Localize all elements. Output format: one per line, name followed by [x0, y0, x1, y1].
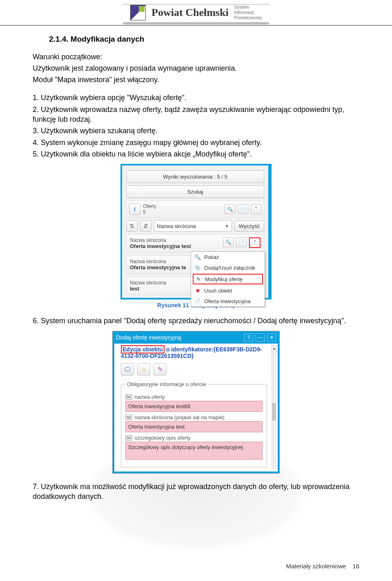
document-icon: 📄: [194, 298, 201, 304]
magnifier-icon: 🔍: [194, 254, 201, 260]
field-shortname-input[interactable]: Oferta inwestycyjna test: [125, 421, 263, 432]
edit-label-boxed: Edycja obiektu: [121, 345, 165, 353]
window-titlebar: Dodaj ofertę inwestycyjną ? — ✕: [113, 331, 279, 344]
step-4: 4. System wykonuje zmianę zasięgu mapy g…: [33, 138, 359, 147]
system-name: System Informacji Przestrzennej: [234, 4, 262, 21]
text-badge-icon: txt: [125, 415, 132, 420]
menu-attach[interactable]: 📎Dodaj/Usuń załącznik: [191, 262, 265, 273]
menu-attach-label: Dodaj/Usuń załącznik: [204, 265, 255, 271]
menu-offer[interactable]: 📄Oferta inwestycyjna: [191, 296, 265, 306]
sip-line2: Informacji: [234, 10, 262, 15]
edit-identifier: Edycja obiektu o identyfikatorze:{EE639F…: [121, 346, 274, 359]
dropdown-triangle-icon: ▼: [225, 224, 229, 228]
page-footer: Materiały szkoleniowe 16: [286, 563, 359, 570]
edit-icon[interactable]: ✎: [154, 363, 167, 375]
section-heading: 2.1.4. Modyfikacja danych: [49, 35, 359, 44]
home-icon[interactable]: ⌂: [137, 363, 150, 375]
minimize-button[interactable]: —: [256, 333, 265, 342]
field-description-input[interactable]: Szczegółowy opis dotyczący oferty inwest…: [125, 442, 263, 460]
scrollbar[interactable]: ▴: [272, 346, 276, 469]
zoom-icon[interactable]: 🔍: [223, 237, 234, 247]
footer-text: Materiały szkoleniowe: [286, 563, 346, 570]
scroll-thumb[interactable]: [272, 403, 276, 420]
text-badge-icon: txt: [125, 435, 132, 440]
mandatory-info-group: Obligatoryjne informacje o ofercie txtna…: [121, 381, 267, 467]
field-label-name: nazwa oferty: [135, 394, 165, 400]
chevron-down-icon[interactable]: ˅: [251, 204, 261, 214]
pencil-icon: ✎: [195, 276, 202, 282]
text-badge-icon: txt: [125, 394, 132, 400]
prereq-line2: Moduł "Mapa inwestora" jest włączony.: [33, 75, 359, 85]
menu-delete[interactable]: ✖Usuń obiekt: [191, 285, 265, 296]
figure-2: Dodaj ofertę inwestycyjną ? — ✕ ▴ Edycja…: [112, 331, 280, 474]
close-button[interactable]: ✕: [267, 333, 276, 342]
item-label: Nazwa skrócona: [130, 237, 191, 243]
menu-show[interactable]: 🔍Pokaż: [191, 252, 265, 262]
sort-field-select[interactable]: Nazwa skrócona ▼: [154, 220, 232, 232]
sort-desc-icon[interactable]: ⇵: [140, 220, 151, 232]
field-label-description: szczegółowy opis oferty: [135, 435, 191, 441]
delete-icon: ✖: [194, 287, 201, 294]
step-1: 1. Użytkownik wybiera opcję "Wyszukaj of…: [33, 93, 359, 103]
menu-show-label: Pokaż: [204, 254, 219, 260]
info-icon[interactable]: i: [129, 203, 140, 215]
page-header: Powiat Chełmski System Informacji Przest…: [0, 0, 392, 23]
step-2: 2. Użytkownik wprowadza nazwę oferty, bą…: [33, 105, 359, 125]
sort-asc-icon[interactable]: ⇅: [126, 220, 138, 232]
document-icon[interactable]: 📄: [238, 204, 248, 214]
menu-delete-label: Usuń obiekt: [204, 288, 232, 294]
context-menu: 🔍Pokaż 📎Dodaj/Usuń załącznik ✎Modyfikuj …: [191, 251, 265, 307]
results-button[interactable]: Wyniki wyszukiwania : 5 / 5: [126, 170, 264, 183]
brand-text: Powiat Chełmski: [151, 7, 229, 19]
figure-1: Wyniki wyszukiwania : 5 / 5 Szukaj i Ofe…: [120, 164, 272, 308]
help-button[interactable]: ?: [244, 333, 253, 342]
prereq-heading: Warunki początkowe:: [33, 52, 359, 62]
scroll-up-icon[interactable]: ▴: [272, 346, 276, 352]
document-icon[interactable]: 📄: [236, 237, 247, 247]
zoom-icon[interactable]: 🔍: [225, 204, 235, 214]
list-item[interactable]: Nazwa skrócona Oferta inwestycyjna test …: [126, 234, 264, 253]
step-3: 3. Użytkownik wybiera szukaną ofertę.: [33, 126, 359, 136]
menu-modify-label: Modyfikuj ofertę: [205, 276, 243, 282]
clear-button[interactable]: Wyczyść: [234, 221, 264, 232]
menu-offer-label: Oferta inwestycyjna: [204, 298, 250, 304]
field-name-input[interactable]: Oferta inwestycyjna test66: [125, 401, 263, 412]
sort-field-value: Nazwa skrócona: [157, 223, 196, 229]
step-6: 6. System uruchamia panel "Dodaj ofertę …: [33, 316, 359, 326]
step-7: 7. Użytkownik ma możliwość modyfikacji j…: [33, 482, 359, 502]
offers-label: Oferty :: [143, 203, 222, 209]
sip-line3: Przestrzennej: [234, 15, 262, 20]
group-legend: Obligatoryjne informacje o ofercie: [125, 381, 208, 387]
logo-icon: [130, 5, 146, 20]
attachment-icon: 📎: [194, 264, 201, 271]
search-button[interactable]: Szukaj: [126, 185, 264, 198]
menu-modify[interactable]: ✎Modyfikuj ofertę: [193, 274, 263, 284]
field-label-shortname: nazwa skrócona (pojawi się na mapie): [135, 414, 225, 420]
sip-line1: System: [234, 4, 262, 10]
window-title: Dodaj ofertę inwestycyjną: [116, 334, 181, 341]
document-content: 2.1.4. Modyfikacja danych Warunki począt…: [0, 31, 392, 502]
page-number: 16: [352, 563, 359, 570]
offers-count: 5: [143, 209, 222, 215]
step-5: 5. Użytkownik dla obiektu na liście wybi…: [33, 149, 359, 159]
item-value: Oferta inwestycyjna test: [130, 243, 191, 249]
monitor-icon[interactable]: 🖵: [121, 363, 134, 375]
chevron-down-icon[interactable]: ˅: [249, 237, 261, 248]
prereq-line1: Użytkownik jest zalogowany i posiada wym…: [33, 63, 359, 73]
